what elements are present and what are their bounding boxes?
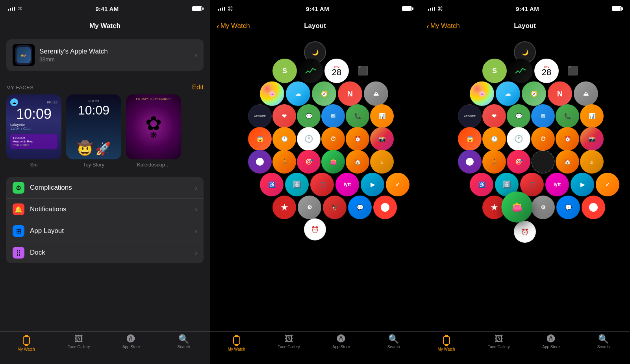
app-layout-row[interactable]: ⊞ App Layout › bbox=[6, 220, 204, 242]
app-bubble-news[interactable]: N bbox=[338, 81, 362, 106]
app-bubble-photos[interactable]: 🌸 bbox=[260, 81, 284, 106]
app-bubble-instagram[interactable]: 📸 bbox=[370, 127, 394, 151]
face-siri-item[interactable]: ☁ FRI 23 10:09 Lafayette 11AM ↑ Clear 11… bbox=[6, 94, 61, 168]
app-bubble-clock-white[interactable]: 🕐 bbox=[297, 127, 321, 151]
app-bubble-phone-3[interactable]: 📞 bbox=[556, 104, 579, 128]
face-kaleidoscope-item[interactable]: ✿ ❋ FRIDAY, SEPTEMBER Kaleidoscop… bbox=[126, 94, 181, 168]
app-bubble-messages[interactable]: 💬 bbox=[297, 104, 321, 128]
app-bubble-heart[interactable]: ❤ bbox=[272, 104, 296, 128]
app-bubble-accessibility[interactable]: ♿ bbox=[260, 173, 284, 196]
face-siri-label: Siri bbox=[30, 162, 38, 168]
app-bubble-nfc-3[interactable]: ))) bbox=[580, 150, 604, 174]
tab-search-1[interactable]: 🔍 Search bbox=[158, 335, 210, 349]
app-bubble-record-3[interactable] bbox=[582, 196, 605, 219]
app-bubble-theater[interactable]: 😱 bbox=[248, 127, 272, 151]
app-bubble-lyft[interactable]: lyft bbox=[335, 173, 359, 196]
app-bubble-nfc[interactable]: ))) bbox=[370, 150, 394, 174]
app-bubble-uber[interactable]: ⬛ bbox=[350, 59, 375, 83]
app-bubble-messages-3[interactable]: 💬 bbox=[507, 104, 530, 128]
tab-face-gallery-2[interactable]: 🖼 Face Gallery bbox=[263, 335, 315, 349]
tab-face-gallery-3[interactable]: 🖼 Face Gallery bbox=[472, 335, 525, 349]
app-bubble-mail[interactable]: ✉ bbox=[321, 104, 345, 128]
app-bubble-photos-3[interactable]: 🌸 bbox=[470, 81, 494, 106]
app-bubble-activity-3[interactable]: 🎯 bbox=[507, 150, 530, 174]
app-bubble-stocks-3[interactable] bbox=[508, 59, 533, 83]
app-bubble-theater-3[interactable]: 😱 bbox=[458, 127, 482, 151]
app-bubble-s-3[interactable]: S bbox=[482, 59, 507, 83]
app-bubble-run[interactable]: 🏃 bbox=[272, 150, 296, 174]
app-bubble-weather[interactable]: ☁ bbox=[286, 81, 310, 106]
tab-app-store-3[interactable]: 🅐 App Store bbox=[525, 335, 577, 349]
app-bubble-activity[interactable]: 🎯 bbox=[297, 150, 321, 174]
app-bubble-purple[interactable] bbox=[248, 150, 272, 174]
app-bubble-wallet-ghost bbox=[531, 150, 555, 174]
app-bubble-phone[interactable]: 📞 bbox=[346, 104, 369, 128]
app-bubble-weather-3[interactable]: ☁ bbox=[496, 81, 520, 106]
app-bubble-messenger-3[interactable]: 💬 bbox=[556, 196, 580, 219]
app-bubble-home-3[interactable]: 🏠 bbox=[556, 150, 579, 174]
app-bubble-stocks[interactable] bbox=[298, 59, 323, 83]
app-bubble-play[interactable]: ▶ bbox=[361, 173, 384, 196]
scroll-content-1[interactable]: 🤠🚀 Serenity's Apple Watch 38mm › MY FACE… bbox=[0, 35, 210, 331]
app-bubble-timer-2[interactable]: ⏰ bbox=[346, 127, 369, 151]
app-bubble-reminders[interactable]: ✓ bbox=[386, 173, 410, 196]
app-bubble-apogee-3[interactable]: APOGEE bbox=[458, 104, 482, 128]
complications-row[interactable]: ⚙ Complications › bbox=[6, 177, 204, 199]
app-bubble-keynote[interactable]: 📊 bbox=[370, 104, 394, 128]
app-bubble-home[interactable]: 🏠 bbox=[346, 150, 369, 174]
notifications-row[interactable]: 🔔 Notifications › bbox=[6, 199, 204, 220]
app-bubble-clock-bottom-3[interactable]: ⏰ bbox=[514, 221, 536, 243]
app-bubble-s[interactable]: S bbox=[272, 59, 297, 83]
edit-faces-button[interactable]: Edit bbox=[192, 83, 204, 91]
app-bubble-lyft-3[interactable]: lyft bbox=[545, 173, 569, 196]
tab-face-gallery-1[interactable]: 🖼 Face Gallery bbox=[52, 335, 105, 349]
tab-my-watch-3[interactable]: My Watch bbox=[420, 335, 472, 351]
app-bubble-calendar-3[interactable]: THU 28 bbox=[534, 59, 559, 83]
back-button-2[interactable]: ‹ My Watch bbox=[217, 22, 250, 30]
face-toy-story-item[interactable]: FRI 23 10:09 🤠 🚀 Toy Story bbox=[66, 94, 121, 168]
app-bubble-messenger[interactable]: 💬 bbox=[348, 196, 372, 219]
dock-row[interactable]: ⣿ Dock › bbox=[6, 242, 204, 263]
app-bubble-yelp[interactable]: ★ bbox=[272, 196, 296, 219]
tab-search-3[interactable]: 🔍 Search bbox=[577, 335, 630, 349]
app-bubble-mountain-3[interactable]: ⛰ bbox=[574, 81, 598, 106]
app-bubble-keynote-3[interactable]: 📊 bbox=[580, 104, 604, 128]
app-bubble-clock-bottom[interactable]: ⏰ bbox=[304, 218, 326, 240]
tab-search-2[interactable]: 🔍 Search bbox=[367, 335, 420, 349]
app-bubble-accessibility-3[interactable]: ♿ bbox=[470, 173, 493, 196]
app-bubble-reminders-3[interactable]: ✓ bbox=[596, 173, 619, 196]
tab-app-store-1[interactable]: 🅐 App Store bbox=[105, 335, 158, 349]
app-bubble-timer-3[interactable]: ⏱ bbox=[531, 127, 555, 151]
status-left-2: ⌘ bbox=[218, 6, 233, 12]
app-bubble-uber-3[interactable]: ⬛ bbox=[560, 59, 585, 83]
app-bubble-clock-white-3[interactable]: 🕐 bbox=[507, 127, 530, 151]
app-bubble-heart-3[interactable]: ❤ bbox=[482, 104, 506, 128]
tab-my-watch-1[interactable]: My Watch bbox=[0, 335, 52, 351]
app-bubble-wallet[interactable]: 👛 bbox=[321, 150, 345, 174]
app-bubble-run-3[interactable]: 🏃 bbox=[482, 150, 506, 174]
watch-device-row[interactable]: 🤠🚀 Serenity's Apple Watch 38mm › bbox=[6, 39, 204, 71]
app-bubble-settings[interactable]: ⚙ bbox=[298, 196, 321, 219]
app-bubble-apogee[interactable]: APOGEE bbox=[248, 104, 272, 128]
tab-my-watch-2[interactable]: My Watch bbox=[210, 335, 263, 351]
app-bubble-clock-orange[interactable]: 🕐 bbox=[272, 127, 296, 151]
app-bubble-teal[interactable]: 6️⃣ bbox=[285, 173, 309, 196]
app-bubble-timer-3b[interactable]: ⏰ bbox=[556, 127, 579, 151]
back-button-3[interactable]: ‹ My Watch bbox=[426, 22, 460, 30]
app-bubble-mail-3[interactable]: ✉ bbox=[531, 104, 555, 128]
tab-app-store-2[interactable]: 🅐 App Store bbox=[315, 335, 367, 349]
app-bubble-purple-3[interactable] bbox=[458, 150, 482, 174]
app-bubble-record[interactable] bbox=[373, 196, 397, 219]
app-bubble-settings-3[interactable]: ⚙ bbox=[531, 196, 555, 219]
app-bubble-settings-alt[interactable]: ⛰ bbox=[364, 81, 388, 106]
app-bubble-maps[interactable]: 🧭 bbox=[312, 81, 336, 106]
app-bubble-calendar[interactable]: THU 28 bbox=[324, 59, 349, 83]
app-bubble-music[interactable]: 🎵 bbox=[310, 173, 334, 196]
app-bubble-timer[interactable]: ⏱ bbox=[321, 127, 345, 151]
app-bubble-news-3[interactable]: N bbox=[548, 81, 572, 106]
app-bubble-instagram-3[interactable]: 📸 bbox=[580, 127, 604, 151]
app-bubble-maps-3[interactable]: 🧭 bbox=[522, 81, 546, 106]
app-bubble-play-3[interactable]: ▶ bbox=[571, 173, 594, 196]
app-bubble-clock-orange-3[interactable]: 🕐 bbox=[482, 127, 506, 151]
app-bubble-swift[interactable]: 🦅 bbox=[323, 196, 346, 219]
